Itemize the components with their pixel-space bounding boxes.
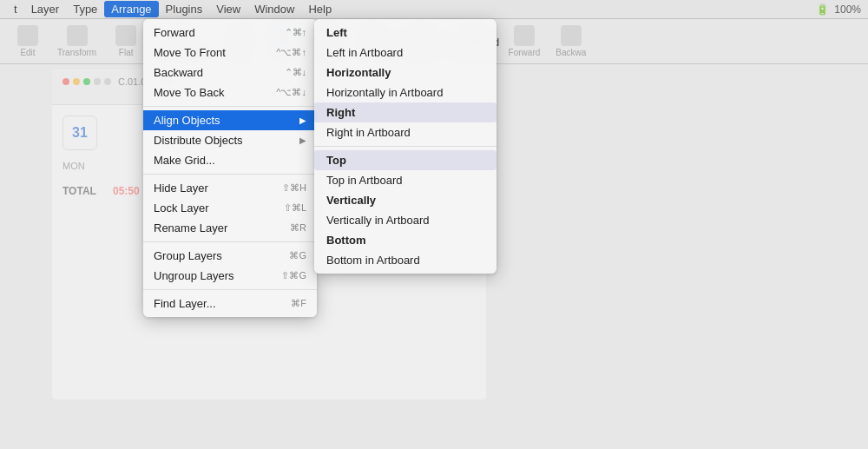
menu-item-distribute-objects[interactable]: Distribute Objects ▶ (143, 130, 317, 150)
menu-item-lock-layer-label: Lock Layer (154, 201, 209, 215)
menu-item-align-objects-label: Align Objects (154, 114, 220, 127)
submenu-item-horizontally-label: Horizontally (326, 66, 391, 79)
menu-item-group-layers[interactable]: Group Layers ⌘G (143, 246, 317, 266)
submenu-item-right-artboard-label: Right in Artboard (326, 126, 411, 139)
align-objects-submenu: Left Left in Artboard Horizontally Horiz… (314, 19, 496, 274)
menu-item-group-layers-label: Group Layers (154, 249, 222, 262)
menu-item-lock-layer-shortcut: ⇧⌘L (284, 202, 306, 214)
menu-item-ungroup-layers-shortcut: ⇧⌘G (281, 270, 306, 281)
submenu-item-left[interactable]: Left (314, 23, 496, 43)
submenu-item-right-label: Right (326, 106, 355, 119)
menu-item-backward-shortcut: ⌃⌘↓ (285, 67, 307, 78)
menu-item-find-layer-shortcut: ⌘F (291, 298, 306, 309)
menu-item-align-objects[interactable]: Align Objects ▶ (143, 110, 317, 130)
menu-item-backward-label: Backward (154, 66, 203, 79)
menu-item-move-to-back-label: Move To Back (154, 86, 224, 99)
menu-item-move-to-back[interactable]: Move To Back ^⌥⌘↓ (143, 83, 317, 102)
submenu-item-right[interactable]: Right (314, 102, 496, 122)
submenu-item-top[interactable]: Top (314, 150, 496, 170)
submenu-item-left-artboard[interactable]: Left in Artboard (314, 43, 496, 63)
submenu-item-bottom[interactable]: Bottom (314, 230, 496, 250)
submenu-separator-1 (314, 146, 496, 147)
submenu-item-horizontally[interactable]: Horizontally (314, 63, 496, 83)
submenu-item-top-artboard[interactable]: Top in Artboard (314, 170, 496, 190)
submenu-item-vertically-label: Vertically (326, 194, 376, 207)
separator-4 (143, 289, 317, 290)
submenu-item-vertically[interactable]: Vertically (314, 190, 496, 210)
submenu-item-vertically-artboard[interactable]: Vertically in Artboard (314, 210, 496, 230)
menu-item-group-layers-shortcut: ⌘G (289, 250, 306, 261)
menu-item-hide-layer-shortcut: ⇧⌘H (282, 182, 306, 194)
menu-item-rename-layer-shortcut: ⌘R (290, 222, 306, 234)
menu-item-hide-layer-label: Hide Layer (154, 182, 208, 195)
menu-item-hide-layer[interactable]: Hide Layer ⇧⌘H (143, 178, 317, 198)
menu-item-move-to-back-shortcut: ^⌥⌘↓ (276, 87, 306, 98)
menu-item-backward[interactable]: Backward ⌃⌘↓ (143, 63, 317, 83)
menu-item-distribute-objects-label: Distribute Objects (154, 134, 243, 147)
submenu-item-bottom-artboard[interactable]: Bottom in Artboard (314, 250, 496, 270)
submenu-item-top-artboard-label: Top in Artboard (326, 174, 402, 187)
menu-item-rename-layer[interactable]: Rename Layer ⌘R (143, 218, 317, 238)
menu-item-move-to-front-label: Move To Front (154, 46, 226, 59)
submenu-item-horizontally-artboard-label: Horizontally in Artboard (326, 86, 443, 99)
submenu-item-left-label: Left (326, 26, 347, 39)
menu-item-make-grid[interactable]: Make Grid... (143, 150, 317, 170)
menu-item-forward[interactable]: Forward ⌃⌘↑ (143, 23, 317, 43)
menu-item-move-to-front[interactable]: Move To Front ^⌥⌘↑ (143, 43, 317, 63)
submenu-item-right-artboard[interactable]: Right in Artboard (314, 122, 496, 142)
menu-item-lock-layer[interactable]: Lock Layer ⇧⌘L (143, 198, 317, 218)
arrange-menu: Forward ⌃⌘↑ Move To Front ^⌥⌘↑ Backward … (143, 19, 317, 317)
separator-3 (143, 241, 317, 242)
menu-item-forward-label: Forward (154, 26, 195, 39)
submenu-item-vertically-artboard-label: Vertically in Artboard (326, 214, 430, 227)
menu-item-find-layer-label: Find Layer... (154, 297, 216, 310)
submenu-item-left-artboard-label: Left in Artboard (326, 46, 403, 59)
separator-2 (143, 174, 317, 175)
distribute-objects-arrow: ▶ (299, 135, 306, 145)
align-objects-arrow: ▶ (299, 116, 306, 125)
submenu-item-bottom-label: Bottom (326, 234, 366, 247)
submenu-item-horizontally-artboard[interactable]: Horizontally in Artboard (314, 83, 496, 102)
submenu-item-bottom-artboard-label: Bottom in Artboard (326, 254, 420, 267)
menu-item-move-to-front-shortcut: ^⌥⌘↑ (276, 47, 306, 58)
menu-item-make-grid-label: Make Grid... (154, 154, 215, 167)
menu-item-ungroup-layers[interactable]: Ungroup Layers ⇧⌘G (143, 266, 317, 286)
menu-item-ungroup-layers-label: Ungroup Layers (154, 269, 234, 282)
menu-item-find-layer[interactable]: Find Layer... ⌘F (143, 294, 317, 314)
separator-1 (143, 106, 317, 107)
menu-item-rename-layer-label: Rename Layer (154, 221, 227, 234)
menu-item-forward-shortcut: ⌃⌘↑ (285, 27, 307, 38)
submenu-item-top-label: Top (326, 154, 346, 167)
